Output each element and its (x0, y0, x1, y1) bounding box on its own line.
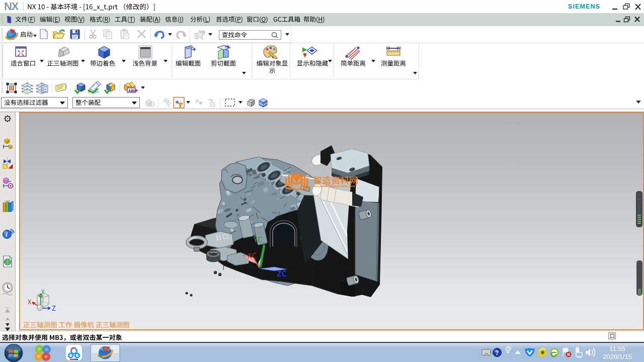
svg-text:?: ? (495, 349, 499, 356)
svg-text:INTELLIGENT MANUFACTURING DATA: INTELLIGENT MANUFACTURING DATA (313, 185, 355, 188)
svg-text:i: i (6, 231, 8, 238)
